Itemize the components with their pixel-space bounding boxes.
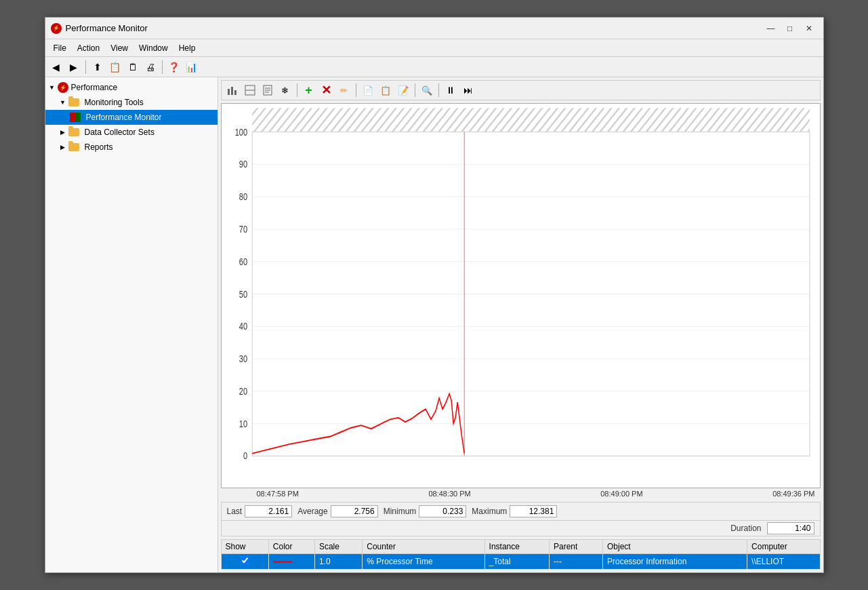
row-scale: 1.0 <box>314 554 362 570</box>
expand-arrow-monitoring-tools: ▼ <box>59 98 67 106</box>
window-title: Performance Monitor <box>66 23 148 33</box>
graph-toolbar: ❄ + ✕ ✏ 📄 📋 📝 🔍 ⏸ ⏭ <box>221 80 821 100</box>
copy-button[interactable]: 📄 <box>360 82 376 98</box>
show-checkbox[interactable] <box>241 556 249 565</box>
view-histogram-button[interactable] <box>242 82 258 98</box>
main-panel: ❄ + ✕ ✏ 📄 📋 📝 🔍 ⏸ ⏭ <box>218 77 823 572</box>
performance-icon: ⚡ <box>58 82 68 93</box>
duration-value: 1:40 <box>767 522 814 534</box>
delete-counter-button[interactable]: ✕ <box>318 82 335 98</box>
graph-sep-4 <box>438 83 439 97</box>
close-button[interactable]: ✕ <box>800 21 818 36</box>
sidebar-label-performance: Performance <box>71 83 118 92</box>
chart-svg: 100 90 80 70 60 50 40 30 20 10 0 <box>222 104 820 488</box>
col-header-object[interactable]: Object <box>603 540 747 554</box>
main-window: ⚡ Performance Monitor — □ ✕ File Action … <box>45 17 824 573</box>
help-button[interactable]: ❓ <box>166 59 182 75</box>
svg-rect-11 <box>252 108 810 132</box>
sidebar-item-data-collector-sets[interactable]: ▶ Data Collector Sets <box>45 125 218 140</box>
table-row[interactable]: 1.0 % Processor Time _Total --- Processo… <box>221 554 820 570</box>
back-button[interactable]: ◀ <box>48 59 64 75</box>
row-parent: --- <box>549 554 602 570</box>
performance-monitor-icon <box>70 113 81 122</box>
svg-text:20: 20 <box>239 387 247 397</box>
svg-text:50: 50 <box>239 289 247 299</box>
color-line-red <box>273 561 292 563</box>
col-header-instance[interactable]: Instance <box>484 540 549 554</box>
stat-average: Average 2.756 <box>297 505 377 517</box>
col-header-parent[interactable]: Parent <box>549 540 602 554</box>
properties-graph-button[interactable]: 📝 <box>395 82 411 98</box>
sidebar-item-performance[interactable]: ▼ ⚡ Performance <box>45 80 218 95</box>
x-label-2: 08:48:30 PM <box>428 490 470 498</box>
svg-text:90: 90 <box>239 159 247 170</box>
col-header-counter[interactable]: Counter <box>363 540 484 554</box>
view-report-button[interactable] <box>260 82 276 98</box>
stat-last: Last 2.161 <box>227 505 293 517</box>
svg-rect-1 <box>231 87 233 95</box>
sidebar-label-monitoring-tools: Monitoring Tools <box>85 98 144 107</box>
view-chart-button[interactable] <box>224 82 241 98</box>
last-value: 2.161 <box>245 505 292 517</box>
forward-button[interactable]: ▶ <box>66 59 82 75</box>
menu-view[interactable]: View <box>105 42 133 54</box>
svg-text:100: 100 <box>234 127 247 137</box>
sidebar-item-performance-monitor[interactable]: Performance Monitor <box>45 110 218 125</box>
svg-text:30: 30 <box>239 354 247 364</box>
svg-rect-0 <box>228 89 230 95</box>
svg-text:40: 40 <box>239 321 247 332</box>
x-label-3: 08:49:00 PM <box>600 490 642 498</box>
minimum-label: Minimum <box>384 507 417 516</box>
maximum-label: Maximum <box>472 507 507 516</box>
graph-sep-2 <box>356 83 356 97</box>
col-header-color[interactable]: Color <box>268 540 314 554</box>
col-header-computer[interactable]: Computer <box>747 540 820 554</box>
chart-container[interactable]: 100 90 80 70 60 50 40 30 20 10 0 <box>221 103 821 488</box>
stats-row2: Duration 1:40 <box>221 521 821 536</box>
minimize-button[interactable]: — <box>762 21 780 36</box>
svg-text:80: 80 <box>239 192 247 202</box>
svg-rect-2 <box>234 90 236 95</box>
find-button[interactable]: 🔍 <box>419 82 435 98</box>
row-computer: \\ELLIOT <box>747 554 820 570</box>
svg-text:70: 70 <box>239 224 247 235</box>
menu-file[interactable]: File <box>48 42 72 54</box>
title-bar: ⚡ Performance Monitor — □ ✕ <box>45 18 823 39</box>
pause-button[interactable]: ⏸ <box>442 82 459 98</box>
stat-minimum: Minimum 0.233 <box>384 505 467 517</box>
maximize-button[interactable]: □ <box>781 21 799 36</box>
title-controls: — □ ✕ <box>762 21 818 36</box>
expand-arrow-data-collector: ▶ <box>59 128 67 136</box>
row-counter: % Processor Time <box>363 554 484 570</box>
properties-button[interactable]: 🗒 <box>125 59 141 75</box>
sidebar-item-reports[interactable]: ▶ Reports <box>45 140 218 155</box>
freeze-button[interactable]: ❄ <box>277 82 293 98</box>
col-header-show[interactable]: Show <box>221 540 268 554</box>
svg-text:0: 0 <box>243 451 247 461</box>
menu-help[interactable]: Help <box>173 42 201 54</box>
sidebar-item-monitoring-tools[interactable]: ▼ Monitoring Tools <box>45 95 218 110</box>
col-header-scale[interactable]: Scale <box>314 540 362 554</box>
print-button[interactable]: 🖨 <box>142 59 159 75</box>
graph-sep-1 <box>297 83 297 97</box>
add-counter-button[interactable]: + <box>301 82 317 98</box>
expand-arrow-performance: ▼ <box>48 83 56 92</box>
counter-table: Show Color Scale Counter Instance Parent… <box>221 539 821 570</box>
row-show[interactable] <box>221 554 268 570</box>
show-hide-button[interactable]: 📋 <box>107 59 123 75</box>
highlight-button[interactable]: ✏ <box>336 82 352 98</box>
up-button[interactable]: ⬆ <box>89 59 106 75</box>
x-label-1: 08:47:58 PM <box>257 490 299 498</box>
row-instance: _Total <box>484 554 549 570</box>
last-label: Last <box>227 507 243 516</box>
stat-maximum: Maximum 12.381 <box>472 505 557 517</box>
paste-button[interactable]: 📋 <box>377 82 394 98</box>
menu-action[interactable]: Action <box>72 42 105 54</box>
export-button[interactable]: 📊 <box>184 59 200 75</box>
data-collector-folder-icon <box>68 128 79 136</box>
sidebar-label-performance-monitor: Performance Monitor <box>86 113 162 122</box>
svg-text:60: 60 <box>239 257 247 267</box>
menu-window[interactable]: Window <box>133 42 173 54</box>
title-bar-left: ⚡ Performance Monitor <box>51 23 148 34</box>
play-forward-button[interactable]: ⏭ <box>460 82 476 98</box>
